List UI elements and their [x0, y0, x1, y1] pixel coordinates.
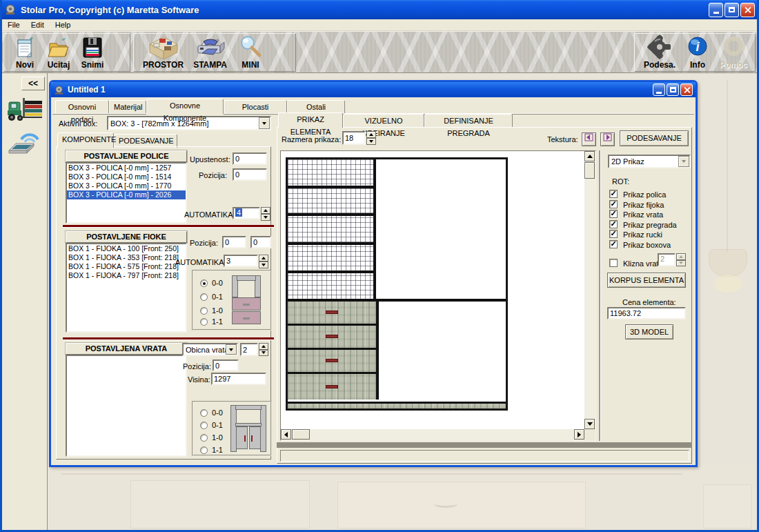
- forklift-icon[interactable]: [6, 95, 43, 123]
- view-mode-combo[interactable]: 2D Prikaz: [608, 155, 691, 168]
- spin-up-button[interactable]: [261, 207, 270, 214]
- list-item[interactable]: BOX 1 - FIJOKA - 575 [Front: 218]: [67, 262, 186, 271]
- maximize-button[interactable]: [724, 3, 739, 17]
- doc-close-button[interactable]: [680, 83, 693, 96]
- radio-0-1[interactable]: [200, 422, 208, 429]
- korpus-elementa-button[interactable]: KORPUS ELEMENTA: [607, 273, 686, 288]
- horizontal-scrollbar[interactable]: [281, 429, 584, 440]
- info-button[interactable]: i Info: [680, 34, 715, 70]
- checkbox-prikaz-fijoka[interactable]: [609, 200, 618, 208]
- list-item[interactable]: BOX 3 - POLICA [-0 mm] - 1514: [67, 173, 186, 181]
- doc-minimize-button[interactable]: [653, 83, 665, 96]
- mini-button[interactable]: MINI: [232, 34, 269, 70]
- list-item[interactable]: BOX 1 - FIJOKA - 100 [Front: 250]: [67, 244, 186, 253]
- vrata-type-combo[interactable]: Obicna vrata: [182, 343, 238, 356]
- combo-arrow-button[interactable]: [678, 156, 689, 167]
- tab-podesavanje[interactable]: PODESAVANJE: [114, 134, 177, 148]
- tab-definisanje-pregrada[interactable]: DEFINISANJE PREGRADA: [424, 114, 513, 128]
- scroll-left-button[interactable]: [281, 429, 291, 440]
- checkbox-prikaz-rucki[interactable]: [609, 230, 618, 238]
- spin-up-button[interactable]: [366, 131, 376, 138]
- texture-next-button[interactable]: [600, 132, 615, 146]
- tab-materijal[interactable]: Materijal: [109, 100, 146, 114]
- combo-arrow-button[interactable]: [259, 117, 270, 129]
- vrata-count-input[interactable]: [240, 343, 258, 356]
- doc-maximize-button[interactable]: [667, 83, 679, 96]
- visina-input[interactable]: [211, 373, 266, 385]
- checkbox-prikaz-boxova[interactable]: [609, 240, 618, 248]
- radio-1-1[interactable]: [200, 318, 208, 326]
- new-button[interactable]: Novi: [8, 34, 41, 70]
- model-3d-button[interactable]: 3D MODEL: [625, 324, 673, 339]
- texture-prev-button[interactable]: [582, 132, 596, 146]
- tab-plocasti-materijal[interactable]: Plocasti materijal: [224, 100, 287, 114]
- minimize-button[interactable]: [709, 3, 723, 17]
- spin-up-button[interactable]: [259, 343, 268, 350]
- list-item[interactable]: BOX 3 - POLICA [-0 mm] - 1257: [67, 164, 186, 173]
- scroll-down-button[interactable]: [584, 419, 595, 429]
- spin-down-button[interactable]: [259, 350, 268, 357]
- spin-down-button[interactable]: [261, 214, 270, 221]
- list-item[interactable]: BOX 1 - FIJOKA - 797 [Front: 218]: [67, 271, 186, 280]
- scroll-up-button[interactable]: [584, 151, 595, 161]
- menu-help[interactable]: Help: [50, 20, 77, 30]
- checkbox-prikaz-vrata[interactable]: [609, 210, 618, 218]
- spin-down-button[interactable]: [366, 138, 376, 145]
- klizna-count-input[interactable]: 2: [658, 253, 676, 266]
- save-button[interactable]: Snimi: [76, 34, 109, 70]
- radio-1-0[interactable]: [200, 434, 208, 442]
- sidebar-collapse-button[interactable]: <<: [21, 77, 45, 90]
- spin-up-button[interactable]: [676, 253, 686, 260]
- tab-vizuelno-kreiranje[interactable]: VIZUELNO KREIRANJE: [343, 114, 424, 128]
- checkbox-klizna-vrata[interactable]: [609, 259, 618, 267]
- open-button[interactable]: Ucitaj: [41, 34, 76, 70]
- checkbox-prikaz-polica[interactable]: [609, 190, 618, 198]
- radio-0-0[interactable]: [200, 409, 208, 417]
- list-item-selected[interactable]: BOX 3 - POLICA [-0 mm] - 2026: [67, 190, 186, 199]
- fioke-automatika-input[interactable]: [224, 255, 258, 267]
- tab-prikaz-elementa[interactable]: PRIKAZ ELEMENTA: [278, 112, 343, 128]
- spin-down-button[interactable]: [259, 262, 268, 268]
- tab-komponente[interactable]: KOMPONENTE: [57, 132, 114, 148]
- fioke-list[interactable]: BOX 1 - FIJOKA - 100 [Front: 250] BOX 1 …: [66, 243, 187, 333]
- komponente-panel: POSTAVLJENE POLICE BOX 3 - POLICA [-0 mm…: [56, 146, 271, 460]
- radio-1-1[interactable]: [200, 446, 208, 454]
- tab-ostali-materijal[interactable]: Ostali materijal: [287, 100, 345, 114]
- combo-arrow-button[interactable]: [226, 344, 237, 355]
- podesa-button[interactable]: Podesa.: [639, 34, 680, 70]
- fioke-pozicija-input-2[interactable]: [250, 236, 271, 248]
- list-item[interactable]: BOX 1 - FIJOKA - 353 [Front: 218]: [67, 253, 186, 262]
- police-pozicija-input[interactable]: [233, 168, 267, 181]
- podesavanje-button[interactable]: PODESAVANJE: [620, 130, 689, 146]
- menu-edit[interactable]: Edit: [26, 20, 50, 30]
- checkbox-prikaz-pregrada[interactable]: [609, 220, 618, 228]
- spin-down-button[interactable]: [676, 260, 686, 267]
- scanner-icon[interactable]: [6, 127, 43, 156]
- pomoc-button[interactable]: Pomoc: [715, 34, 752, 70]
- prostor-button[interactable]: PROSTOR: [138, 34, 188, 70]
- vrata-pozicija-input[interactable]: [213, 359, 239, 371]
- radio-0-0[interactable]: [200, 279, 208, 287]
- spin-up-button[interactable]: [259, 255, 268, 262]
- tab-osnovne-komponente[interactable]: Osnovne Komponente: [146, 99, 224, 114]
- fioke-pozicija-input-1[interactable]: [222, 236, 246, 248]
- drawing-canvas[interactable]: [280, 150, 596, 441]
- police-list[interactable]: BOX 3 - POLICA [-0 mm] - 1257 BOX 3 - PO…: [66, 162, 187, 224]
- tab-osnovni-podaci[interactable]: Osnovni podaci: [55, 100, 109, 114]
- vrata-list[interactable]: [66, 355, 187, 457]
- vertical-scrollbar[interactable]: [584, 151, 595, 429]
- horizontal-scroll-thumb[interactable]: [292, 429, 310, 440]
- radio-1-0[interactable]: [200, 307, 208, 315]
- police-automatika-input[interactable]: 4: [233, 207, 260, 219]
- cena-elementa-input[interactable]: [607, 307, 686, 319]
- razmera-input[interactable]: [342, 131, 366, 145]
- vertical-scroll-thumb[interactable]: [584, 162, 595, 179]
- upustenost-input[interactable]: [233, 152, 267, 165]
- radio-0-1[interactable]: [200, 293, 208, 301]
- scroll-right-button[interactable]: [574, 429, 584, 440]
- vrata-type-value: Obicna vrata: [184, 346, 226, 354]
- close-button[interactable]: [740, 3, 755, 17]
- list-item[interactable]: BOX 3 - POLICA [-0 mm] - 1770: [67, 181, 186, 190]
- menu-file[interactable]: File: [2, 20, 26, 30]
- stampa-button[interactable]: STAMPA: [188, 34, 232, 70]
